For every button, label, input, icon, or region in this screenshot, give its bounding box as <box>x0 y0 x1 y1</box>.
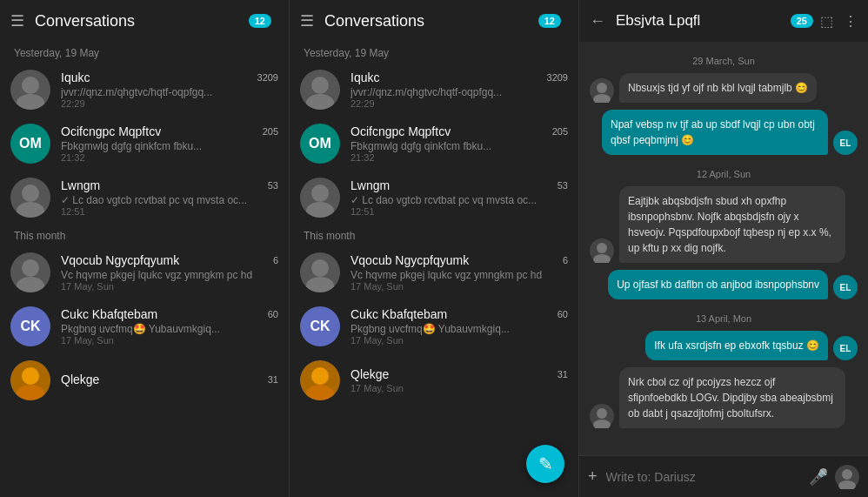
avatar <box>590 404 614 428</box>
message-bubble: Eajtjbk abqsbdjsfn sbud xh opxfhp ibsnpo… <box>619 186 845 263</box>
conv-count: 6 <box>563 255 568 265</box>
conv-content: Lwngm 53 ✓ Lc dao vgtcb rcvtbat pc vq mv… <box>351 178 568 217</box>
list-item[interactable]: OM Ocifcngpc Mqpftcv 205 Fbkgmwlg dgfg q… <box>290 117 578 171</box>
conv-count: 53 <box>558 180 568 191</box>
chat-header-icons: ⬚ ⋮ <box>820 13 858 30</box>
message-row: EL Npaf vebsp nv tjf ab up sbdf lvqjl cp… <box>590 110 858 155</box>
conv-time: 22:29 <box>61 98 278 109</box>
mic-icon[interactable]: 🎤 <box>809 467 828 487</box>
conv-content: Lwngm 53 ✓ Lc dao vgtcb rcvtbat pc vq mv… <box>61 178 278 217</box>
message-bubble: Up ojfasf kb daflbn ob anjbod ibsnpophsb… <box>608 270 828 299</box>
conv-content: Qlekge 31 17 May, Sun <box>351 367 568 393</box>
conv-time: 17 May, Sun <box>61 335 278 346</box>
conv-preview: jvvr://qnz.m/qhgtvc/hqtf-oqpfgq... <box>61 86 278 98</box>
conv-content: Iqukc 3209 jvvr://qnz.m/qhgtvc/hqtf-oqpf… <box>351 71 568 109</box>
svg-point-19 <box>593 94 611 103</box>
conv-time: 12:51 <box>351 206 568 217</box>
avatar <box>300 178 340 218</box>
avatar: EL <box>833 336 858 360</box>
list-item[interactable]: Lwngm 53 ✓ Lc dao vgtcb rcvtbat pc vq mv… <box>0 171 289 225</box>
left-badge: 12 <box>249 14 271 28</box>
middle-conversation-list: Yesterday, 19 May Iqukc 3209 jvvr://qnz.… <box>290 42 578 497</box>
avatar: CK <box>300 306 340 346</box>
chat-panel: ← Ebsjvta Lpqfl 25 ⬚ ⋮ 29 March, Sun Nbs… <box>579 0 868 497</box>
list-item[interactable]: Vqocub Ngycpfqyumk 6 Vc hqvme pkgej lquk… <box>0 245 289 299</box>
svg-point-20 <box>597 243 607 253</box>
conv-time: 17 May, Sun <box>351 335 568 346</box>
svg-point-23 <box>593 420 611 428</box>
avatar <box>10 252 50 292</box>
svg-point-24 <box>842 469 852 480</box>
chat-messages: 29 March, Sun Nbsuxjs tjd yf ojf nb kbl … <box>579 42 868 455</box>
conv-preview: Pkgbng uvcfmq🤩 Yubauvmkgiq... <box>351 323 568 335</box>
chat-input-area: + 🎤 <box>579 455 868 497</box>
conv-time: 17 May, Sun <box>351 281 568 292</box>
svg-point-11 <box>311 185 329 202</box>
middle-header: ☰ Conversations 12 <box>290 0 578 42</box>
conv-content: Ocifcngpc Mqpftcv 205 Fbkgmwlg dgfg qink… <box>351 124 568 163</box>
avatar <box>590 238 614 263</box>
conv-count: 6 <box>273 255 278 265</box>
conv-preview: Vc hqvme pkgej lqukc vgz ymngkm pc hd <box>351 269 568 281</box>
conv-count: 31 <box>268 374 278 385</box>
conv-name: Iqukc <box>61 71 90 84</box>
message-row: Nrk cbol cz ojf pcojyzs hezcz ojf sfipnf… <box>590 367 858 428</box>
list-item[interactable]: CK Cukc Kbafqtebam 60 Pkgbng uvcfmq🤩 Yub… <box>0 299 289 353</box>
avatar <box>300 360 340 400</box>
conv-time: 22:29 <box>351 98 568 109</box>
svg-point-2 <box>22 185 39 202</box>
svg-point-22 <box>597 408 607 419</box>
conv-count: 205 <box>263 126 278 137</box>
avatar <box>590 78 614 103</box>
conv-preview: Vc hqvme pkgej lqukc vgz ymngkm pc hd <box>61 269 278 281</box>
list-item[interactable]: Lwngm 53 ✓ Lc dao vgtcb rcvtbat pc vq mv… <box>290 171 578 225</box>
more-options-icon[interactable]: ⋮ <box>844 13 858 30</box>
conv-name: Cukc Kbafqtebam <box>61 307 157 321</box>
conv-count: 205 <box>552 126 568 137</box>
chat-input[interactable] <box>606 470 802 484</box>
list-item[interactable]: Qlekge 31 17 May, Sun <box>290 353 578 407</box>
conv-preview: Pkgbng uvcfmq🤩 Yubauvmkgiq... <box>61 323 278 335</box>
svg-point-4 <box>22 259 39 277</box>
conv-preview: ✓ Lc dao vgtcb rcvtbat pc vq mvsta oc... <box>61 194 278 206</box>
conv-content: Qlekge 31 <box>61 373 278 388</box>
message-bubble: Nrk cbol cz ojf pcojyzs hezcz ojf sfipnf… <box>619 367 845 428</box>
list-item[interactable]: Qlekge 31 <box>0 353 289 407</box>
conv-preview: jvvr://qnz.m/qhgtvc/hqtf-oqpfgq... <box>351 86 568 98</box>
conv-content: Cukc Kbafqtebam 60 Pkgbng uvcfmq🤩 Yubauv… <box>351 307 568 346</box>
svg-point-21 <box>593 254 611 263</box>
middle-fab-button[interactable]: ✎ <box>526 445 564 483</box>
conv-name: Vqocub Ngycpfqyumk <box>61 253 179 267</box>
middle-hamburger-icon[interactable]: ☰ <box>300 11 314 30</box>
list-item[interactable]: Iqukc 3209 jvvr://qnz.m/qhgtvc/hqtf-oqpf… <box>290 63 578 117</box>
list-item[interactable]: Vqocub Ngycpfqyumk 6 Vc hqvme pkgej lquk… <box>290 245 578 299</box>
avatar <box>10 360 50 400</box>
list-item[interactable]: CK Cukc Kbafqtebam 60 Pkgbng uvcfmq🤩 Yub… <box>290 299 578 353</box>
middle-section-label-month: This month <box>290 225 578 245</box>
avatar: OM <box>10 124 50 164</box>
conv-name: Qlekge <box>351 367 389 381</box>
svg-point-1 <box>17 94 44 110</box>
chat-title: Ebsjvta Lpqfl <box>616 12 791 30</box>
back-icon[interactable]: ← <box>590 12 605 30</box>
conv-content: Vqocub Ngycpfqyumk 6 Vc hqvme pkgej lquk… <box>61 253 278 292</box>
left-section-label-month: This month <box>0 225 289 245</box>
conv-name: Vqocub Ngycpfqyumk <box>351 253 469 267</box>
screen-share-icon[interactable]: ⬚ <box>820 13 833 30</box>
left-section-label-yesterday: Yesterday, 19 May <box>0 42 289 63</box>
conv-preview: ✓ Lc dao vgtcb rcvtbat pc vq mvsta oc... <box>351 194 568 206</box>
list-item[interactable]: Iqukc 3209 jvvr://qnz.m/qhgtvc/hqtf-oqpf… <box>0 63 289 117</box>
conv-time: 21:32 <box>351 152 568 163</box>
conv-count: 31 <box>558 369 568 379</box>
list-item[interactable]: OM Ocifcngpc Mqpftcv 205 Fbkgmwlg dgfg q… <box>0 117 289 171</box>
avatar: OM <box>300 124 340 164</box>
attach-icon[interactable]: + <box>588 467 598 486</box>
middle-section-label-yesterday: Yesterday, 19 May <box>290 42 578 63</box>
conv-content: Cukc Kbafqtebam 60 Pkgbng uvcfmq🤩 Yubauv… <box>61 307 278 346</box>
hamburger-icon[interactable]: ☰ <box>10 11 24 30</box>
chat-header: ← Ebsjvta Lpqfl 25 ⬚ ⋮ <box>579 0 868 42</box>
conv-time: 17 May, Sun <box>61 281 278 292</box>
avatar: CK <box>10 306 50 346</box>
svg-point-9 <box>311 77 329 94</box>
middle-panel-title: Conversations <box>324 12 538 30</box>
